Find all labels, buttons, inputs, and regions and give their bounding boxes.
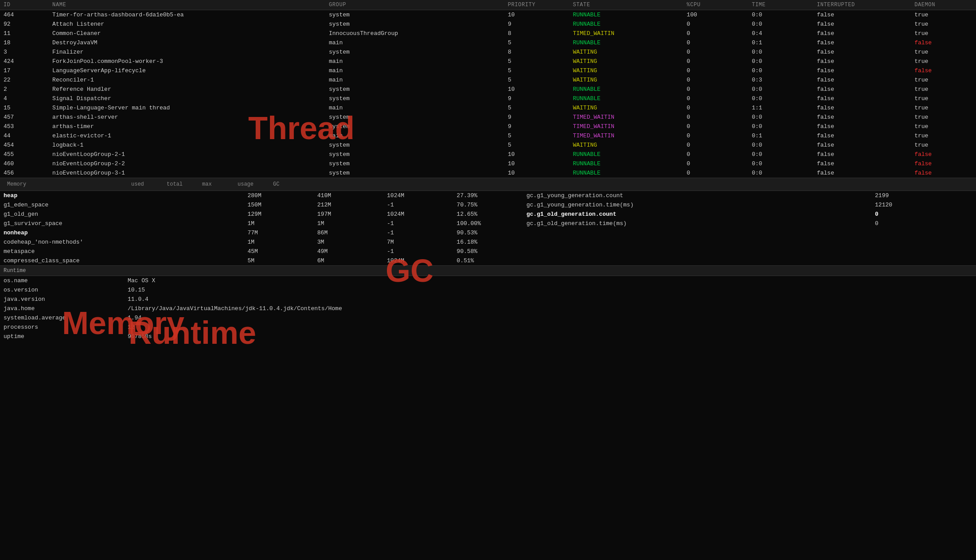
- thread-state: WAITING: [569, 66, 683, 75]
- thread-interrupted: false: [813, 66, 911, 75]
- thread-interrupted: false: [813, 113, 911, 122]
- thread-header-row: ID NAME GROUP PRIORITY STATE %CPU TIME I…: [0, 0, 976, 10]
- thread-daemon: true: [911, 75, 976, 85]
- thread-id: 456: [0, 168, 49, 178]
- mem-gc: [523, 256, 871, 265]
- thread-time: 0:0: [748, 150, 813, 159]
- table-row: 424 ForkJoinPool.commonPool-worker-3 mai…: [0, 57, 976, 66]
- thread-name: Reference Handler: [49, 85, 325, 94]
- mem-name: g1_old_gen: [0, 210, 244, 219]
- thread-group: main: [325, 131, 504, 140]
- thread-cpu: 0: [683, 19, 748, 29]
- mem-gc: [523, 237, 871, 247]
- thread-name: Common-Cleaner: [49, 29, 325, 38]
- mem-total: 197M: [314, 210, 383, 219]
- thread-group: main: [325, 103, 504, 113]
- thread-time: 0:0: [748, 19, 813, 29]
- thread-daemon: true: [911, 19, 976, 29]
- thread-id: 454: [0, 140, 49, 150]
- thread-daemon: true: [911, 29, 976, 38]
- thread-name: arthas-shell-server: [49, 113, 325, 122]
- runtime-value: Mac OS X: [124, 276, 976, 285]
- thread-priority: 5: [504, 140, 570, 150]
- thread-daemon: true: [911, 10, 976, 20]
- thread-cpu: 0: [683, 150, 748, 159]
- thread-time: 0:0: [748, 94, 813, 103]
- table-row: 22 Reconciler-1 main 5 WAITING 0 0:3 fal…: [0, 75, 976, 85]
- memory-section: heap 280M 410M 1024M 27.39% gc.g1_young_…: [0, 191, 976, 265]
- runtime-value: 12: [124, 323, 976, 332]
- mem-max: -1: [383, 247, 453, 256]
- thread-id: 92: [0, 19, 49, 29]
- thread-group: system: [325, 168, 504, 178]
- list-item: g1_survivor_space 1M 1M -1 100.00% gc.g1…: [0, 219, 976, 228]
- thread-id: 457: [0, 113, 49, 122]
- main-wrapper: ID NAME GROUP PRIORITY STATE %CPU TIME I…: [0, 0, 976, 341]
- runtime-value: 11.0.4: [124, 295, 976, 304]
- table-row: 2 Reference Handler system 10 RUNNABLE 0…: [0, 85, 976, 94]
- thread-time: 0:0: [748, 113, 813, 122]
- thread-state: TIMED_WAITIN: [569, 131, 683, 140]
- mem-header-used: used: [128, 180, 163, 189]
- thread-id: 424: [0, 57, 49, 66]
- thread-name: Finalizer: [49, 47, 325, 57]
- thread-body: 464 Timer-for-arthas-dashboard-6da1e0b5-…: [0, 10, 976, 178]
- mem-gcval: 0: [871, 210, 976, 219]
- thread-priority: 9: [504, 19, 570, 29]
- list-item: nonheap 77M 86M -1 90.53%: [0, 228, 976, 237]
- mem-max: -1: [383, 200, 453, 210]
- thread-group: system: [325, 10, 504, 20]
- memory-section-header: Memory used total max usage GC: [0, 178, 976, 191]
- thread-group: system: [325, 140, 504, 150]
- table-row: 457 arthas-shell-server system 9 TIMED_W…: [0, 113, 976, 122]
- thread-daemon: true: [911, 57, 976, 66]
- thread-id: 464: [0, 10, 49, 20]
- thread-time: 0:0: [748, 47, 813, 57]
- thread-name: Attach Listener: [49, 19, 325, 29]
- mem-used: 77M: [244, 228, 314, 237]
- thread-interrupted: false: [813, 168, 911, 178]
- mem-total: 3M: [314, 237, 383, 247]
- thread-time: 0:0: [748, 10, 813, 20]
- thread-priority: 5: [504, 66, 570, 75]
- thread-time: 0:1: [748, 38, 813, 47]
- thread-priority: 5: [504, 38, 570, 47]
- thread-name: ForkJoinPool.commonPool-worker-3: [49, 57, 325, 66]
- list-item: systemload.average 1.94: [0, 313, 976, 323]
- runtime-value: 10.15: [124, 285, 976, 295]
- mem-gcval: [871, 247, 976, 256]
- thread-priority: 5: [504, 103, 570, 113]
- thread-name: nioEventLoopGroup-2-2: [49, 159, 325, 168]
- thread-id: 17: [0, 66, 49, 75]
- table-row: 464 Timer-for-arthas-dashboard-6da1e0b5-…: [0, 10, 976, 20]
- mem-gc: gc.g1_old_generation.time(ms): [523, 219, 871, 228]
- mem-name: codeheap_'non-nmethods': [0, 237, 244, 247]
- thread-daemon: false: [911, 159, 976, 168]
- thread-interrupted: false: [813, 29, 911, 38]
- mem-usage: 27.39%: [453, 191, 523, 200]
- thread-daemon: true: [911, 94, 976, 103]
- thread-id: 44: [0, 131, 49, 140]
- mem-header-max: max: [199, 180, 234, 189]
- thread-interrupted: false: [813, 159, 911, 168]
- thread-group: system: [325, 122, 504, 131]
- list-item: metaspace 45M 49M -1 90.58%: [0, 247, 976, 256]
- mem-gcval: [871, 237, 976, 247]
- mem-gcval: 2199: [871, 191, 976, 200]
- mem-max: 1024M: [383, 210, 453, 219]
- mem-usage: 90.58%: [453, 247, 523, 256]
- thread-state: TIMED_WAITIN: [569, 29, 683, 38]
- thread-state: TIMED_WAITIN: [569, 113, 683, 122]
- mem-gc: [523, 228, 871, 237]
- runtime-key: uptime: [0, 332, 124, 341]
- thread-id: 11: [0, 29, 49, 38]
- thread-priority: 5: [504, 75, 570, 85]
- mem-name: metaspace: [0, 247, 244, 256]
- thread-col-cpu: %CPU: [683, 0, 748, 10]
- thread-priority: 10: [504, 168, 570, 178]
- thread-time: 0:0: [748, 85, 813, 94]
- thread-state: RUNNABLE: [569, 38, 683, 47]
- mem-usage: 12.65%: [453, 210, 523, 219]
- mem-used: 150M: [244, 200, 314, 210]
- thread-name: Simple-Language-Server main thread: [49, 103, 325, 113]
